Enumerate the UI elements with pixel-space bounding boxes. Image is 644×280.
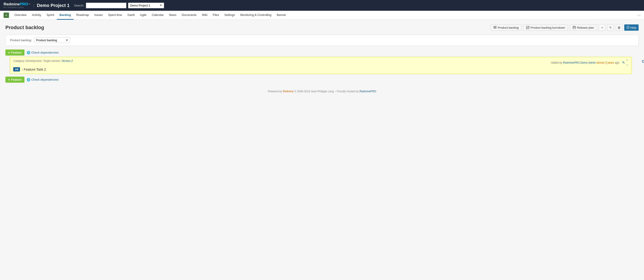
nav-item-roadmap[interactable]: Roadmap: [74, 11, 92, 20]
main-content: Product backlog Product backlog Product …: [0, 20, 644, 280]
feature-label-2: Feature: [11, 78, 22, 81]
logo-redmine-text: Redmine: [4, 2, 20, 6]
logo-pro-text: PRO: [20, 2, 28, 6]
plus-icon-2: +: [8, 78, 10, 82]
nav-item-backlog[interactable]: Backlog: [57, 11, 74, 20]
add-icon: +: [601, 26, 603, 29]
add-quick-button[interactable]: +: [4, 12, 9, 18]
nav-item-calendar[interactable]: Calendar: [149, 11, 166, 20]
nav-item-files[interactable]: Files: [210, 11, 222, 20]
page-title: Product backlog: [6, 25, 44, 30]
project-select[interactable]: Demo Project 1: [128, 3, 164, 8]
search-label: Search:: [74, 4, 84, 7]
added-by-prefix-1: Added by: [551, 61, 562, 64]
product-backlog-button[interactable]: Product backlog: [490, 25, 522, 31]
nav-item-wiki[interactable]: Wiki: [199, 11, 210, 20]
task-edit-icon-1[interactable]: ✎: [622, 60, 625, 65]
feature-row-1: + Feature i Check dependencies: [6, 49, 638, 56]
nav-item-banner[interactable]: Banner: [274, 11, 289, 20]
nav-item-overview[interactable]: Overview: [12, 11, 29, 20]
add-feature-button-1[interactable]: + Feature: [6, 49, 24, 56]
nav-item-gantt[interactable]: Gantt: [125, 11, 137, 20]
task-meta-1: Category: Development, Target version: V…: [13, 59, 73, 62]
logo-tm-text: ™: [28, 3, 30, 6]
feature-block-2: + Feature i Check dependencies: [6, 77, 638, 83]
backlog-filter-select[interactable]: Product backlog: [34, 37, 70, 43]
help-label: Help: [630, 26, 636, 29]
release-plan-label: Release plan: [577, 26, 594, 29]
svg-rect-0: [494, 26, 496, 27]
check-dependencies-link-2[interactable]: i Check dependencies: [27, 78, 58, 82]
task-id-badge-1[interactable]: #4: [13, 67, 20, 71]
delete-button[interactable]: 🗑: [616, 24, 622, 31]
burndown-button[interactable]: Product backlog burndown: [523, 25, 568, 31]
task-card-header-1: Category: Development, Target version: V…: [13, 59, 628, 66]
nav-item-documents[interactable]: Documents: [179, 11, 199, 20]
release-plan-button[interactable]: Release plan: [570, 25, 597, 31]
secondary-navigation: + Overview Activity Sprint Backlog Roadm…: [0, 11, 644, 20]
logo-brand: RedminePRO™ BY HAZERCLOUD: [4, 2, 30, 9]
svg-rect-4: [573, 26, 576, 29]
added-by-link-1[interactable]: RedminePRO Demo Admin: [563, 61, 596, 64]
task-added-meta-1: Added by RedminePRO Demo Admin almost 3 …: [551, 61, 619, 64]
nav-item-issues[interactable]: Issues: [92, 11, 106, 20]
plus-icon-1: +: [8, 51, 10, 54]
task-title-row-1: #4 : Feature Task 2: [13, 67, 628, 71]
nav-item-spent-time[interactable]: Spent time: [106, 11, 125, 20]
edit-pencil-icon: ✎: [609, 26, 612, 29]
footer-pro-link[interactable]: RedminePRO: [360, 90, 376, 93]
nav-item-agile[interactable]: Agile: [137, 11, 149, 20]
footer-copyright: © 2006-2019 Jean-Philippe Lang – Proudly…: [294, 90, 359, 93]
info-circle-icon: ⓘ: [626, 25, 630, 29]
task-card-1: Category: Development, Target version: V…: [10, 57, 632, 74]
logo-divider: |: [33, 3, 34, 8]
nav-item-monitoring[interactable]: Monitoring & Controlling: [238, 11, 274, 20]
add-button[interactable]: +: [599, 24, 606, 31]
info-icon-2: i: [27, 78, 30, 82]
time-ago-link-1[interactable]: almost 3 years: [597, 61, 614, 64]
header-actions: Product backlog Product backlog burndown: [490, 24, 638, 31]
add-feature-button-2[interactable]: + Feature: [6, 77, 24, 83]
check-dep-text-2: Check dependencies: [32, 78, 58, 81]
project-title: Demo Project 1: [37, 3, 70, 8]
check-dep-text-1: Check dependencies: [32, 51, 58, 54]
edit-button[interactable]: ✎: [607, 24, 614, 31]
list-icon: [494, 26, 496, 29]
task-move-up-1[interactable]: ⌃: [626, 59, 628, 62]
footer-redmine-link[interactable]: Redmine: [283, 90, 294, 93]
search-input[interactable]: [86, 3, 126, 8]
trash-icon: 🗑: [618, 26, 621, 29]
info-icon-1: i: [27, 51, 30, 54]
nav-arrow-right[interactable]: ›: [639, 13, 640, 17]
page-header: Product backlog Product backlog Product …: [6, 24, 638, 31]
nav-item-sprint[interactable]: Sprint: [44, 11, 57, 20]
version-link-1[interactable]: Version 2: [62, 59, 73, 62]
release-icon: [573, 26, 576, 29]
task-meta-text-1: Category: Development, Target version:: [13, 59, 61, 62]
check-dependencies-link-1[interactable]: i Check dependencies: [27, 51, 58, 54]
feature-block-1: + Feature i Check dependencies Category:…: [6, 49, 638, 74]
logo-byline: BY HAZERCLOUD: [4, 6, 24, 8]
ago-text-1: ago: [615, 61, 619, 64]
filter-label: Product backlog:: [10, 38, 32, 42]
footer-powered-by: Powered by: [268, 90, 282, 93]
search-area: Search: Demo Project 1: [74, 3, 164, 8]
product-backlog-label: Product backlog: [498, 26, 518, 29]
task-name-1: : Feature Task 2: [22, 67, 46, 71]
nav-scroll-arrows: ‹ ›: [638, 13, 640, 17]
task-move-down-1[interactable]: ⌄: [626, 63, 628, 66]
nav-arrow-left[interactable]: ‹: [638, 13, 638, 17]
nav-item-activity[interactable]: Activity: [29, 11, 44, 20]
footer: Powered by Redmine © 2006-2019 Jean-Phil…: [6, 85, 638, 97]
task-card-actions-1: ✎ ⌃ ⌄: [622, 59, 628, 66]
chart-icon: [526, 26, 529, 29]
filter-row: Product backlog: Product backlog: [6, 34, 638, 46]
help-button[interactable]: ⓘ Help: [624, 24, 638, 31]
burndown-label: Product backlog burndown: [530, 26, 565, 29]
nav-item-news[interactable]: News: [166, 11, 179, 20]
nav-item-settings[interactable]: Settings: [222, 11, 238, 20]
top-navigation: RedminePRO™ BY HAZERCLOUD | Demo Project…: [0, 0, 644, 11]
logo-area: RedminePRO™ BY HAZERCLOUD | Demo Project…: [4, 2, 70, 9]
feature-label-1: Feature: [11, 51, 22, 54]
expand-icon-1[interactable]: ⧉: [642, 59, 644, 64]
